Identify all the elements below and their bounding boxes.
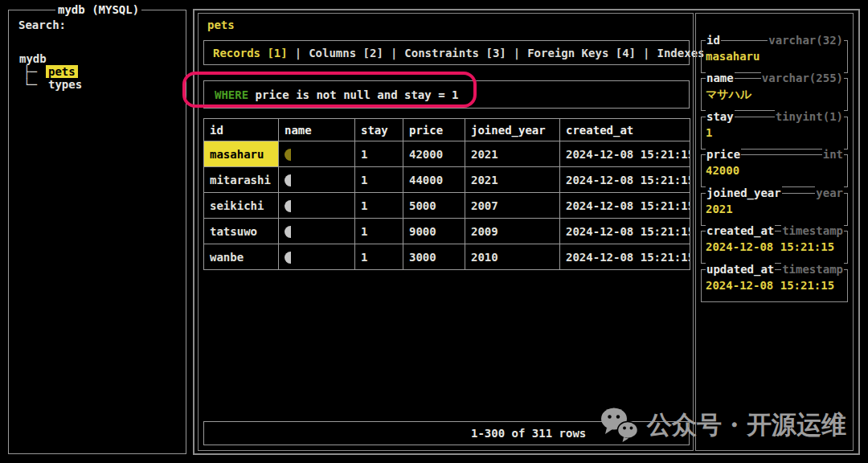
cell-stay[interactable]: 1 <box>355 141 403 167</box>
table-row[interactable]: mitarashi 1 44000 2021 2024-12-08 15:21:… <box>204 167 690 193</box>
tab-records[interactable]: Records [1] <box>213 47 288 59</box>
tree-item-label: types <box>46 78 84 91</box>
table-tree: mydb ├─ pets └─ types <box>9 31 186 91</box>
tree-root-label: mydb <box>17 52 49 65</box>
cell-stay[interactable]: 1 <box>355 167 403 193</box>
watermark-text: 公众号・开源运维 <box>647 408 846 442</box>
tab-columns[interactable]: Columns [2] <box>309 47 383 59</box>
tree-branch-icon: ├─ <box>17 65 46 78</box>
field-box-stay[interactable]: stay tinyint(1) 1 <box>701 117 848 150</box>
field-type: timestamp <box>781 263 844 276</box>
table-row[interactable]: masaharu 1 42000 2021 2024-12-08 15:21:1… <box>204 141 690 167</box>
tree-branch-icon: └─ <box>17 78 46 91</box>
tab-constraints[interactable]: Constraints [3] <box>404 47 506 59</box>
clipped-text-glyph <box>285 149 291 161</box>
cell-id[interactable]: mitarashi <box>204 167 279 193</box>
cell-joined-year[interactable]: 2010 <box>465 244 560 270</box>
field-box-name[interactable]: name varchar(255) マサハル <box>701 78 848 111</box>
cell-created-at[interactable]: 2024-12-08 15:21:15 <box>560 219 690 244</box>
tab-separator: | <box>636 47 657 59</box>
column-header-stay[interactable]: stay <box>355 119 403 141</box>
tab-separator: | <box>288 47 309 59</box>
field-box-id[interactable]: id varchar(32) masaharu <box>701 40 848 73</box>
field-type: varchar(32) <box>768 34 844 47</box>
clipped-text-glyph <box>285 252 291 264</box>
cell-price[interactable]: 3000 <box>403 244 465 270</box>
field-name: price <box>706 148 741 161</box>
filter-input[interactable]: WHERE price is not null and stay = 1 <box>203 80 690 109</box>
field-type: tinyint(1) <box>775 110 844 123</box>
cell-id[interactable]: seikichi <box>204 193 279 219</box>
field-name: name <box>706 72 735 84</box>
field-name: stay <box>706 110 735 123</box>
filter-keyword: WHERE <box>215 88 248 101</box>
view-tab-bar: Records [1] | Columns [2] | Constraints … <box>203 40 690 65</box>
field-name: id <box>706 34 721 47</box>
cell-created-at[interactable]: 2024-12-08 15:21:15 <box>560 244 690 270</box>
field-type: year <box>815 186 844 199</box>
cell-price[interactable]: 5000 <box>403 193 465 219</box>
clipped-text-glyph <box>285 174 291 186</box>
clipped-name-cell[interactable] <box>279 244 355 270</box>
tab-separator: | <box>383 47 404 59</box>
table-row[interactable]: tatsuwo 1 9000 2009 2024-12-08 15:21:15 <box>204 219 690 244</box>
clipped-name-cell[interactable] <box>279 193 355 219</box>
row-detail-panel: id varchar(32) masaharu name varchar(255… <box>695 13 854 451</box>
cell-joined-year[interactable]: 2021 <box>465 167 560 193</box>
clipped-name-cell[interactable] <box>279 141 355 167</box>
clipped-name-cell[interactable] <box>279 219 355 244</box>
tab-separator: | <box>506 47 527 59</box>
field-box-created-at[interactable]: created_at timestamp 2024-12-08 15:21:15 <box>701 231 848 264</box>
selected-cell[interactable]: masaharu <box>204 141 279 167</box>
cell-id[interactable]: tatsuwo <box>204 219 279 244</box>
field-box-joined-year[interactable]: joined_year year 2021 <box>701 193 848 226</box>
cell-joined-year[interactable]: 2007 <box>465 193 560 219</box>
tree-item-label: pets <box>46 65 78 78</box>
table-row[interactable]: wanbe 1 3000 2010 2024-12-08 15:21:15 <box>204 244 690 270</box>
field-box-price[interactable]: price int 42000 <box>701 154 848 187</box>
clipped-text-glyph <box>285 200 291 212</box>
field-type: timestamp <box>781 224 844 237</box>
watermark: 公众号・开源运维 <box>599 407 846 444</box>
column-header-price[interactable]: price <box>403 119 465 141</box>
field-type: int <box>822 148 844 161</box>
cell-created-at[interactable]: 2024-12-08 15:21:15 <box>560 167 690 193</box>
tab-foreign-keys[interactable]: Foreign Keys [4] <box>527 47 636 59</box>
sidebar-item-types[interactable]: └─ types <box>17 78 186 91</box>
cell-created-at[interactable]: 2024-12-08 15:21:15 <box>560 141 690 167</box>
connection-title: mydb (MYSQL) <box>55 3 141 16</box>
cell-stay[interactable]: 1 <box>355 219 403 244</box>
cell-id[interactable]: wanbe <box>204 244 279 270</box>
field-type: varchar(255) <box>761 72 844 84</box>
cell-price[interactable]: 44000 <box>403 167 465 193</box>
clipped-text-glyph <box>285 226 291 238</box>
cell-price[interactable]: 42000 <box>403 141 465 167</box>
column-header-id[interactable]: id <box>204 119 279 141</box>
filter-expression: price is not null and stay = 1 <box>248 88 458 101</box>
column-header-name[interactable]: name <box>279 119 355 141</box>
cell-joined-year[interactable]: 2009 <box>465 219 560 244</box>
table-header-row: id name stay price joined_year created_a… <box>204 119 690 141</box>
records-table: id name stay price joined_year created_a… <box>203 118 690 270</box>
cell-joined-year[interactable]: 2021 <box>465 141 560 167</box>
cell-price[interactable]: 9000 <box>403 219 465 244</box>
database-sidebar: mydb (MYSQL) Search: mydb ├─ pets └─ typ… <box>8 10 186 454</box>
clipped-name-cell[interactable] <box>279 167 355 193</box>
field-name: updated_at <box>706 263 775 276</box>
column-header-created-at[interactable]: created_at <box>560 119 690 141</box>
table-name-title: pets <box>207 18 235 31</box>
cell-stay[interactable]: 1 <box>355 244 403 270</box>
row-count-status: 1-300 of 311 rows <box>471 427 586 440</box>
field-name: created_at <box>706 224 775 237</box>
column-header-joined-year[interactable]: joined_year <box>465 119 560 141</box>
cell-stay[interactable]: 1 <box>355 193 403 219</box>
field-name: joined_year <box>706 186 782 199</box>
sidebar-item-pets[interactable]: ├─ pets <box>17 65 186 78</box>
records-panel: pets Records [1] | Columns [2] | Constra… <box>198 13 694 451</box>
field-box-updated-at[interactable]: updated_at timestamp 2024-12-08 15:21:15 <box>701 269 848 302</box>
cell-created-at[interactable]: 2024-12-08 15:21:15 <box>560 193 690 219</box>
tree-root-mydb[interactable]: mydb <box>17 52 186 65</box>
wechat-icon <box>599 407 641 444</box>
table-row[interactable]: seikichi 1 5000 2007 2024-12-08 15:21:15 <box>204 193 690 219</box>
